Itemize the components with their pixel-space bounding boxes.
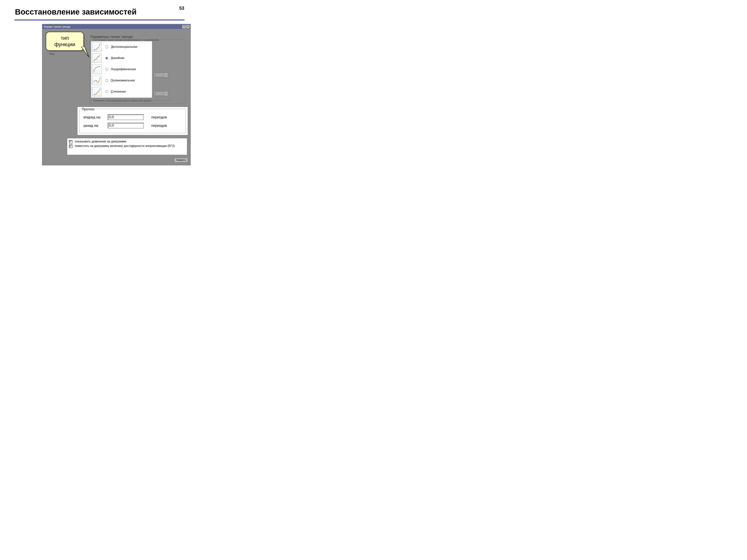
svg-point-8 <box>99 56 100 57</box>
svg-line-4 <box>94 55 100 61</box>
trend-label-linear: Линейная <box>111 56 124 60</box>
sidebar-item-shadow[interactable]: Тень <box>49 52 54 55</box>
radio-power[interactable] <box>105 90 108 93</box>
svg-point-5 <box>95 60 95 60</box>
dialog-titlebar[interactable]: Формат линии тренда ? × <box>43 24 190 29</box>
svg-point-6 <box>96 59 97 59</box>
trend-option-linear[interactable]: Линейная <box>91 52 152 64</box>
svg-point-17 <box>95 94 95 95</box>
curve-name-group-legend: Название аппроксимирующей (сглаженной) к… <box>93 99 152 102</box>
radio-linear[interactable] <box>105 57 108 59</box>
svg-point-20 <box>100 89 100 89</box>
trend-option-exponential[interactable]: Экспоненциальная <box>91 41 152 52</box>
radio-exponential[interactable] <box>105 46 108 48</box>
forecast-back-unit: периодов <box>151 124 167 128</box>
trend-label-exponential: Экспоненциальная <box>111 45 137 49</box>
trend-option-polynomial[interactable]: Полиномиальная <box>91 75 152 86</box>
trend-option-power[interactable]: Степенная <box>91 86 152 97</box>
power-spinner[interactable]: 2 ▲▼ <box>154 91 168 96</box>
spinner-value: 2 <box>155 73 156 76</box>
svg-point-9 <box>94 70 95 71</box>
svg-point-11 <box>98 67 98 68</box>
logarithmic-curve-icon <box>92 64 102 74</box>
callout-line2: функции <box>46 41 83 48</box>
svg-point-10 <box>96 68 96 68</box>
callout-function-type: тип функции <box>46 32 84 51</box>
forecast-forward-unit: периодов <box>151 115 167 119</box>
trend-label-logarithmic: Логарифмическая <box>111 68 136 71</box>
svg-point-13 <box>94 81 95 82</box>
forecast-panel: Прогноз вперед на: 0,0 периодов назад на… <box>77 107 188 135</box>
callout-line1: тип <box>46 35 83 41</box>
svg-point-16 <box>100 78 100 79</box>
close-x-button[interactable]: × <box>186 25 190 29</box>
svg-point-19 <box>98 91 99 92</box>
svg-point-12 <box>99 66 100 67</box>
checkbox-show-equation[interactable] <box>69 140 73 143</box>
power-curve-icon <box>92 87 102 96</box>
callout-tail-icon <box>81 47 94 60</box>
trend-label-power: Степенная <box>111 90 126 93</box>
help-button[interactable]: ? <box>182 25 186 29</box>
close-button[interactable]: Закрыть <box>174 158 188 163</box>
trend-label-polynomial: Полиномиальная <box>111 79 135 82</box>
svg-point-7 <box>98 57 98 57</box>
checkbox-show-r2[interactable] <box>69 145 73 148</box>
spinner-down-icon[interactable]: ▼ <box>164 94 168 96</box>
trend-option-logarithmic[interactable]: Логарифмическая <box>91 64 152 75</box>
polynomial-curve-icon <box>92 76 102 85</box>
svg-point-1 <box>96 49 97 50</box>
svg-point-18 <box>96 93 97 94</box>
spinner-down-icon[interactable]: ▼ <box>164 75 168 77</box>
slide-title: Восстановление зависимостей <box>15 7 136 17</box>
spinner-value: 2 <box>155 92 156 95</box>
svg-marker-22 <box>81 47 89 57</box>
svg-point-15 <box>98 82 98 83</box>
radio-logarithmic[interactable] <box>105 68 108 71</box>
checkbox-show-r2-label: поместить на диаграмму величину достовер… <box>75 144 175 148</box>
title-divider <box>15 20 184 20</box>
spinner-up-icon[interactable]: ▲ <box>164 73 168 75</box>
dialog-title: Формат линии тренда <box>44 25 70 28</box>
svg-point-2 <box>98 47 98 48</box>
poly-degree-spinner[interactable]: 2 ▲▼ <box>154 73 168 77</box>
page-number: 53 <box>179 6 184 11</box>
forecast-back-label: назад на: <box>83 124 108 128</box>
checkbox-show-equation-label: показывать уравнение на диаграмме <box>75 140 126 143</box>
params-panel-title: Параметры линии тренда <box>90 35 133 39</box>
forecast-forward-input[interactable]: 0,0 <box>108 114 144 120</box>
trend-type-group-legend: Построение линии тренда (аппроксимация и… <box>92 38 160 41</box>
forecast-back-input[interactable]: 0,0 <box>108 123 144 128</box>
radio-polynomial[interactable] <box>105 79 108 82</box>
trend-type-panel: Экспоненциальная Линейная Логарифмическа… <box>91 41 152 98</box>
svg-point-3 <box>99 45 100 45</box>
options-panel: показывать уравнение на диаграмме помест… <box>67 138 187 155</box>
forecast-forward-label: вперед на: <box>83 115 108 119</box>
forecast-legend: Прогноз <box>81 107 96 111</box>
spinner-up-icon[interactable]: ▲ <box>164 91 168 94</box>
svg-point-14 <box>96 80 97 81</box>
